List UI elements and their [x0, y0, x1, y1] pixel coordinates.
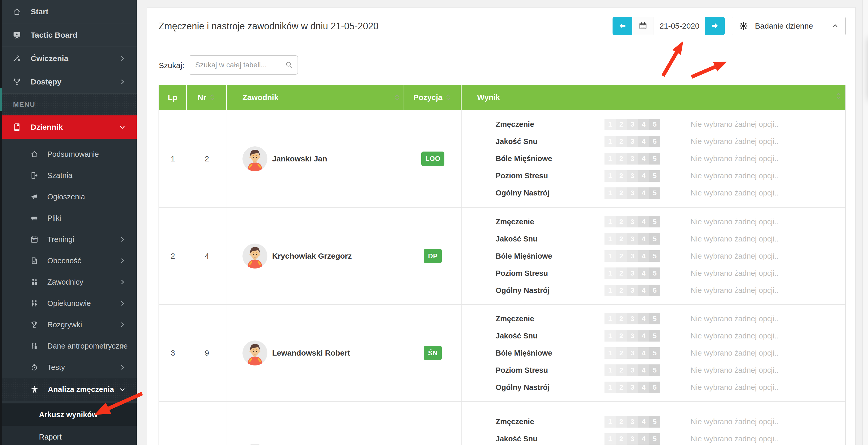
rating-option[interactable]: 2	[616, 416, 627, 427]
rating-option[interactable]: 2	[616, 119, 627, 130]
rating-option[interactable]: 5	[649, 216, 660, 228]
rating-option[interactable]: 5	[649, 433, 660, 445]
rating-option[interactable]: 5	[649, 250, 660, 262]
rating-option[interactable]: 1	[604, 187, 616, 199]
rating-option[interactable]: 3	[627, 119, 638, 130]
rating-scale[interactable]: 12345	[604, 347, 660, 359]
rating-option[interactable]: 4	[638, 364, 649, 376]
rating-option[interactable]: 2	[616, 216, 627, 228]
rating-option[interactable]: 3	[627, 330, 638, 342]
next-day-button[interactable]	[705, 17, 725, 35]
sidebar-item-obecnosc[interactable]: Obecność	[0, 250, 137, 271]
sidebar-item-tactic-board[interactable]: Tactic Board	[0, 23, 137, 47]
rating-option[interactable]: 2	[616, 313, 627, 324]
rating-scale[interactable]: 12345	[604, 382, 660, 393]
rating-scale[interactable]: 12345	[604, 313, 660, 324]
rating-option[interactable]: 4	[638, 153, 649, 165]
rating-scale[interactable]: 12345	[604, 330, 660, 342]
rating-option[interactable]: 4	[638, 330, 649, 342]
rating-option[interactable]: 1	[604, 119, 616, 130]
rating-scale[interactable]: 12345	[604, 364, 660, 376]
sidebar-item-raport[interactable]: Raport	[0, 426, 137, 445]
sidebar-item-analiza-zmeczenia[interactable]: Analiza zmęczenia	[0, 378, 137, 401]
rating-scale[interactable]: 12345	[604, 187, 660, 199]
rating-option[interactable]: 3	[627, 267, 638, 279]
sidebar-item-dostepy[interactable]: Dostępy	[0, 70, 137, 94]
calendar-picker-button[interactable]	[632, 17, 654, 35]
rating-option[interactable]: 1	[604, 330, 616, 342]
rating-option[interactable]: 5	[649, 119, 660, 130]
rating-scale[interactable]: 12345	[604, 433, 660, 445]
rating-scale[interactable]: 12345	[604, 119, 660, 130]
rating-option[interactable]: 1	[604, 153, 616, 165]
rating-option[interactable]: 5	[649, 416, 660, 427]
sidebar-item-rozgrywki[interactable]: Rozgrywki	[0, 314, 137, 335]
rating-option[interactable]: 3	[627, 187, 638, 199]
rating-option[interactable]: 4	[638, 250, 649, 262]
rating-option[interactable]: 3	[627, 216, 638, 228]
rating-scale[interactable]: 12345	[604, 153, 660, 165]
rating-option[interactable]: 5	[649, 285, 660, 296]
rating-option[interactable]: 2	[616, 364, 627, 376]
rating-option[interactable]: 3	[627, 285, 638, 296]
rating-option[interactable]: 4	[638, 416, 649, 427]
rating-option[interactable]: 4	[638, 382, 649, 393]
rating-option[interactable]: 2	[616, 330, 627, 342]
rating-scale[interactable]: 12345	[604, 250, 660, 262]
rating-option[interactable]: 2	[616, 382, 627, 393]
rating-option[interactable]: 4	[638, 136, 649, 147]
rating-scale[interactable]: 12345	[604, 285, 660, 296]
rating-option[interactable]: 2	[616, 136, 627, 147]
rating-option[interactable]: 1	[604, 416, 616, 427]
rating-option[interactable]: 2	[616, 347, 627, 359]
rating-option[interactable]: 4	[638, 233, 649, 245]
rating-scale[interactable]: 12345	[604, 170, 660, 182]
rating-option[interactable]: 1	[604, 285, 616, 296]
sidebar-item-opiekunowie[interactable]: Opiekunowie	[0, 293, 137, 314]
rating-scale[interactable]: 12345	[604, 233, 660, 245]
rating-option[interactable]: 1	[604, 313, 616, 324]
rating-option[interactable]: 5	[649, 136, 660, 147]
rating-option[interactable]: 2	[616, 250, 627, 262]
sidebar-item-treningi[interactable]: 31Treningi	[0, 229, 137, 250]
rating-option[interactable]: 1	[604, 347, 616, 359]
column-header-nr[interactable]: Nr	[187, 85, 227, 110]
column-header-wynik[interactable]: Wynik	[462, 85, 845, 110]
sidebar-item-arkusz-wynikow[interactable]: Arkusz wyników	[0, 404, 137, 426]
date-field[interactable]: 21-05-2020	[654, 17, 705, 35]
rating-option[interactable]: 5	[649, 364, 660, 376]
sidebar-item-start[interactable]: Start	[0, 0, 137, 23]
rating-option[interactable]: 1	[604, 170, 616, 182]
rating-option[interactable]: 5	[649, 330, 660, 342]
rating-option[interactable]: 4	[638, 187, 649, 199]
rating-option[interactable]: 1	[604, 216, 616, 228]
sidebar-item-dziennik[interactable]: Dziennik	[0, 115, 137, 139]
rating-option[interactable]: 5	[649, 382, 660, 393]
rating-option[interactable]: 3	[627, 170, 638, 182]
rating-option[interactable]: 4	[638, 170, 649, 182]
sidebar-item-podsumowanie[interactable]: Podsumowanie	[0, 144, 137, 165]
rating-option[interactable]: 1	[604, 136, 616, 147]
rating-option[interactable]: 1	[604, 433, 616, 445]
rating-option[interactable]: 3	[627, 347, 638, 359]
rating-option[interactable]: 5	[649, 347, 660, 359]
previous-day-button[interactable]	[613, 17, 632, 35]
rating-option[interactable]: 3	[627, 416, 638, 427]
rating-option[interactable]: 2	[616, 267, 627, 279]
rating-option[interactable]: 2	[616, 233, 627, 245]
rating-option[interactable]: 1	[604, 267, 616, 279]
column-header-zawodnik[interactable]: Zawodnik	[227, 85, 404, 110]
rating-scale[interactable]: 12345	[604, 267, 660, 279]
rating-option[interactable]: 5	[649, 170, 660, 182]
rating-option[interactable]: 3	[627, 382, 638, 393]
sidebar-item-dane-antropometryczne[interactable]: Dane antropometryczne	[0, 335, 137, 357]
rating-option[interactable]: 3	[627, 433, 638, 445]
rating-option[interactable]: 5	[649, 153, 660, 165]
rating-option[interactable]: 4	[638, 119, 649, 130]
sidebar-item-cwiczenia[interactable]: Ćwiczenia	[0, 47, 137, 70]
rating-option[interactable]: 5	[649, 233, 660, 245]
rating-option[interactable]: 5	[649, 267, 660, 279]
rating-option[interactable]: 2	[616, 153, 627, 165]
rating-option[interactable]: 2	[616, 187, 627, 199]
sidebar-item-zawodnicy[interactable]: Zawodnicy	[0, 271, 137, 293]
